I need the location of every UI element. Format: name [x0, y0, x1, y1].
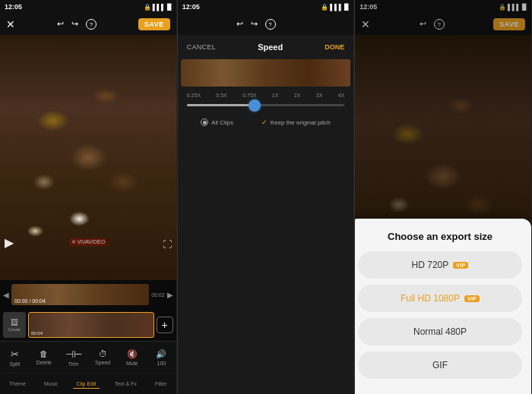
- export-480p-label: Normal 480P: [413, 326, 467, 337]
- tab-theme[interactable]: Theme: [6, 380, 29, 388]
- mark-2x: 2X: [294, 93, 301, 98]
- speed-tool[interactable]: ⏱ Speed: [92, 349, 113, 365]
- edit-toolbar-1: ✂ Split 🗑 Delete ⊣⊢ Trim ⏱ Speed 🔇 Mute …: [0, 341, 176, 373]
- mark-4x: 4X: [338, 93, 345, 98]
- wifi-icon: ▌▌▌: [153, 4, 166, 11]
- panel-2: 12:05 🔒 ▌▌▌ ▉ ✕ ↩ ↪ ? ▶ CANCEL Speed DON…: [178, 0, 355, 394]
- top-bar-center-icons: ↩ ↪ ?: [57, 19, 97, 30]
- timeline-1: ◀ 00:00 / 00:04 00:02 ▶: [0, 280, 176, 309]
- mark-025x: 0.25X: [187, 93, 201, 98]
- export-fullhd-label: Full HD 1080P: [401, 293, 460, 304]
- delete-icon: 🗑: [40, 349, 48, 358]
- undo-icon[interactable]: ↩: [57, 19, 64, 30]
- status-icons-2: 🔒 ▌▌▌ ▉: [321, 4, 349, 11]
- top-bar-2: ✕ ↩ ↪ ?: [178, 14, 354, 35]
- mark-1x: 1X: [272, 93, 279, 98]
- tab-clip-edit[interactable]: Clip Edit: [73, 380, 99, 389]
- top-bar-1: ✕ ↩ ↪ ? SAVE: [0, 14, 176, 35]
- panel-1: 12:05 🔒 ▌▌▌ ▉ ✕ ↩ ↪ ? SAVE ▶ ⛶ ✕ VIVAVID…: [0, 0, 177, 394]
- volume-tool[interactable]: 🔊 100: [150, 349, 172, 366]
- signal-icon-2: 🔒: [321, 4, 328, 11]
- fullscreen-icon[interactable]: ⛶: [163, 239, 172, 250]
- split-label: Split: [9, 361, 20, 367]
- all-clips-option[interactable]: All Clips: [201, 118, 233, 126]
- volume-label: 100: [157, 361, 166, 366]
- signal-icon: 🔒: [144, 4, 151, 11]
- close-icon[interactable]: ✕: [6, 18, 15, 30]
- speed-slider-thumb[interactable]: [249, 99, 261, 112]
- delete-tool[interactable]: 🗑 Delete: [33, 349, 55, 365]
- redo-icon-2[interactable]: ↪: [251, 19, 258, 30]
- speed-clip-preview: [181, 59, 351, 87]
- split-icon: ✂: [11, 348, 19, 360]
- export-gif-label: GIF: [432, 360, 448, 370]
- tab-filter[interactable]: Filter: [152, 380, 170, 388]
- video-area-1: ▶ ⛶ ✕ VIVAVIDEO: [0, 35, 176, 280]
- trim-label: Trim: [68, 361, 79, 367]
- export-modal-title: Choose an export size: [358, 231, 522, 242]
- tab-text-fx[interactable]: Text & Fx: [112, 380, 140, 388]
- timeline-right-time: 00:02: [151, 292, 165, 298]
- tab-music[interactable]: Music: [41, 380, 61, 388]
- speed-slider-area: 0.25X 0.5X 0.75X 1X 2X 3X 4X: [178, 87, 354, 115]
- undo-icon-2[interactable]: ↩: [236, 19, 243, 30]
- export-fullhd-vip-badge: VIP: [464, 295, 480, 302]
- speed-header: CANCEL Speed DONE: [178, 35, 354, 59]
- save-button-1[interactable]: SAVE: [138, 18, 170, 30]
- time-2: 12:05: [182, 3, 200, 11]
- clip-thumbnail-1[interactable]: 00:04: [28, 312, 154, 338]
- speed-done-button[interactable]: DONE: [325, 43, 344, 51]
- speed-panel: CANCEL Speed DONE 0.25X 0.5X 0.75X 1X 2X…: [178, 35, 354, 394]
- speed-options: All Clips ✓ Keep the original pitch: [178, 115, 354, 129]
- info-icon-2[interactable]: ?: [265, 19, 276, 30]
- watermark-1: ✕ VIVAVIDEO: [69, 238, 108, 246]
- split-tool[interactable]: ✂ Split: [4, 348, 25, 367]
- thumb-strip-1: 🖼 Cover 00:04 +: [0, 309, 176, 341]
- speed-icon: ⏱: [99, 349, 107, 358]
- export-option-480p[interactable]: Normal 480P: [358, 318, 522, 345]
- mark-3x: 3X: [316, 93, 323, 98]
- mute-tool[interactable]: 🔇 Mute: [122, 349, 143, 366]
- status-icons-1: 🔒 ▌▌▌ ▉: [144, 4, 172, 11]
- all-clips-radio-dot: [203, 121, 207, 125]
- play-button-1[interactable]: ▶: [5, 235, 14, 250]
- mark-075x: 0.75X: [242, 93, 256, 98]
- mute-label: Mute: [126, 361, 138, 366]
- clip-duration-1: 00:04: [31, 331, 43, 336]
- redo-icon[interactable]: ↪: [71, 19, 78, 30]
- export-option-fullhd[interactable]: Full HD 1080P VIP: [358, 285, 522, 312]
- mute-icon: 🔇: [127, 349, 138, 359]
- export-size-modal: Choose an export size HD 720P VIP Full H…: [355, 219, 531, 394]
- volume-icon: 🔊: [156, 349, 166, 359]
- check-icon: ✓: [261, 118, 268, 126]
- panel-3: 12:05 🔒 ▌▌▌ ▉ ✕ ↩ ? SAVE Choose an expor…: [355, 0, 532, 394]
- export-option-gif[interactable]: GIF: [358, 351, 522, 379]
- speed-marks: 0.25X 0.5X 0.75X 1X 2X 3X 4X: [187, 93, 345, 98]
- all-clips-label: All Clips: [211, 119, 233, 126]
- original-pitch-label: Keep the original pitch: [271, 119, 331, 126]
- export-option-hd720[interactable]: HD 720P VIP: [358, 251, 522, 279]
- all-clips-radio[interactable]: [201, 118, 208, 126]
- time-1: 12:05: [5, 3, 22, 11]
- top-bar-center-icons-2: ↩ ↪ ?: [236, 19, 276, 30]
- delete-label: Delete: [36, 360, 52, 365]
- cover-thumbnail: 🖼 Cover: [3, 312, 26, 338]
- wifi-icon-2: ▌▌▌: [330, 4, 343, 11]
- trim-tool[interactable]: ⊣⊢ Trim: [63, 348, 84, 367]
- battery-icon-2: ▉: [344, 4, 349, 11]
- add-clip-button[interactable]: +: [157, 317, 173, 333]
- timeline-right-arrow[interactable]: ▶: [167, 291, 173, 299]
- speed-slider-fill: [187, 104, 255, 106]
- speed-slider-track[interactable]: [187, 104, 345, 106]
- timeline-track-1[interactable]: 00:00 / 00:04: [11, 284, 149, 305]
- status-bar-1: 12:05 🔒 ▌▌▌ ▉: [0, 0, 176, 14]
- speed-cancel-button[interactable]: CANCEL: [187, 43, 216, 51]
- status-bar-2: 12:05 🔒 ▌▌▌ ▉: [178, 0, 354, 14]
- original-pitch-option[interactable]: ✓ Keep the original pitch: [261, 118, 331, 126]
- export-hd720-label: HD 720P: [412, 260, 449, 270]
- timeline-left-arrow[interactable]: ◀: [3, 291, 9, 299]
- speed-title: Speed: [258, 43, 283, 52]
- info-icon[interactable]: ?: [86, 19, 97, 30]
- export-hd720-vip-badge: VIP: [453, 262, 468, 269]
- speed-clip-strip: [181, 59, 351, 87]
